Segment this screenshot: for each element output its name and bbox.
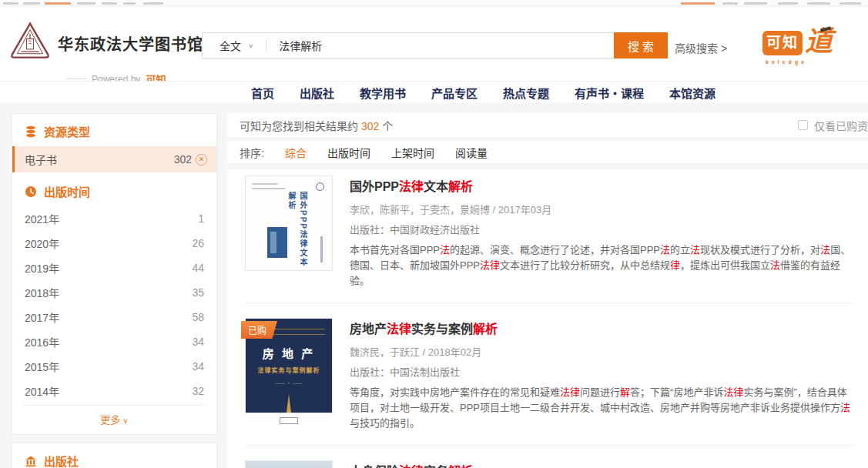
nav-item-home[interactable]: 首页: [251, 85, 274, 101]
result-summary: 可知为您找到相关结果约302个: [240, 118, 393, 133]
header: 华东政法大学图书馆 Powered by 可知 全文 ∨ 搜 索 高级搜索 > …: [0, 7, 868, 81]
book-title-link[interactable]: 人身保险法律实务解析: [350, 461, 854, 468]
library-logo[interactable]: 华东政法大学图书馆: [9, 21, 203, 65]
filter-ebook-label: 电子书: [25, 152, 57, 167]
nav-item-hot-topics[interactable]: 热点专题: [503, 85, 549, 101]
cover-decor: ─── ・ ───: [246, 379, 332, 386]
clipped-text: [840, 2, 861, 5]
divider: [245, 303, 854, 303]
clipped-text: [807, 2, 830, 5]
result-summary-suffix: 个: [382, 120, 393, 132]
year-count: 34: [192, 360, 204, 373]
year-label: 2014年: [25, 383, 59, 399]
book-description: 本书首先对各国PPP法的起源、演变、概念进行了论述，并对各国PPP法的立法现状及…: [350, 242, 854, 289]
search-input[interactable]: [277, 38, 614, 52]
year-filter-2015[interactable]: 2015年 34: [12, 354, 216, 379]
nav-item-library-resources[interactable]: 本馆资源: [669, 85, 716, 101]
result-count: 302: [361, 120, 379, 132]
year-count: 44: [192, 262, 204, 274]
search-scope-select[interactable]: 全文: [220, 38, 241, 53]
resource-type-heading: 资源类型: [12, 114, 216, 146]
sort-option-reads[interactable]: 阅读量: [455, 145, 488, 160]
filter-ebook-selected[interactable]: 电子书 302 ✕: [12, 146, 216, 172]
remove-filter-icon[interactable]: ✕: [196, 154, 207, 165]
advanced-search-link[interactable]: 高级搜索 >: [675, 40, 727, 55]
filter-ebook-count-value: 302: [174, 153, 192, 165]
keledge-logo-glyph: 道: [805, 27, 833, 55]
result-details: 国外PPP法律文本解析 李欣，陈新平，于雯杰，景婉博 / 2017年03月 出版…: [350, 176, 854, 289]
top-utility-bar: [0, 0, 868, 6]
keledge-logo-text: keledge: [766, 59, 833, 65]
only-purchased-toggle[interactable]: 仅看已购资源: [798, 118, 868, 133]
year-filter-2018[interactable]: 2018年 35: [12, 280, 216, 305]
search-box: 全文 ∨: [202, 32, 615, 58]
university-emblem-icon: [9, 21, 51, 65]
book-description: 等角度，对实践中房地产案件存在的常见和疑难法律问题进行解答；下篇“房地产非诉法律…: [350, 385, 854, 431]
main-nav: 首页 出版社 教学用书 产品专区 热点专题 有声书・课程 本馆资源: [0, 81, 868, 103]
divider: [66, 79, 86, 79]
sort-option-publish-time[interactable]: 出版时间: [327, 145, 370, 160]
cover-emblem-icon: [316, 182, 324, 191]
book-authors-date: 魏济民，于跃江 / 2018年02月: [350, 344, 854, 359]
year-filter-2017[interactable]: 2017年 58: [12, 305, 216, 329]
chevron-down-icon: ∨: [122, 416, 128, 425]
nav-item-publishers[interactable]: 出版社: [300, 85, 334, 101]
nav-item-audiobooks-courses[interactable]: 有声书・课程: [575, 85, 644, 101]
result-summary-prefix: 可知为您找到相关结果约: [240, 120, 358, 132]
result-summary-bar: 可知为您找到相关结果约302个 仅看已购资源: [227, 113, 868, 137]
book-cover[interactable]: THE INSURANCE LAW & PRACTICE 人身保险法律 实务解析: [245, 460, 333, 468]
clock-icon: [25, 186, 37, 198]
sort-label: 排序:: [240, 145, 264, 160]
year-filter-2021[interactable]: 2021年 1: [12, 206, 216, 231]
publish-time-title: 出版时间: [44, 183, 90, 199]
result-details: 房地产法律实务与案例解析 魏济民，于跃江 / 2018年02月 出版社：中国法制…: [350, 318, 854, 431]
publisher-title: 出版社: [44, 453, 79, 468]
nav-item-textbooks[interactable]: 教学用书: [360, 85, 406, 101]
keledge-logo-box: 可知: [762, 31, 803, 55]
year-filter-2016[interactable]: 2016年 34: [12, 329, 216, 354]
more-years-link[interactable]: 更多∨: [22, 405, 207, 434]
result-details: 人身保险法律实务解析 恒安标准人寿保险有限公司法律部 / 2012年02月 出版…: [350, 460, 854, 468]
year-filter-2020[interactable]: 2020年 26: [12, 231, 216, 256]
sort-option-shelf-time[interactable]: 上架时间: [391, 145, 434, 160]
clipped-text: [3, 2, 18, 5]
filter-ebook-count: 302 ✕: [174, 153, 207, 165]
search-button[interactable]: 搜 索: [614, 32, 668, 58]
publisher-heading: 出版社: [12, 443, 216, 468]
year-count: 58: [192, 311, 204, 323]
year-label: 2015年: [25, 359, 59, 374]
filter-card-publishers: 出版社 中国法制出版社 84 中国人民大学出版社 44: [12, 443, 217, 468]
resource-type-title: 资源类型: [44, 123, 90, 139]
nav-item-product-zone[interactable]: 产品专区: [431, 85, 478, 101]
publisher-building-icon: [25, 455, 37, 467]
year-count: 32: [192, 385, 204, 397]
result-item: 国外PPP法律文本解析 国外PPP法律文本解析 李欣，陈新平，于雯杰，景婉博 /…: [245, 176, 854, 289]
only-purchased-label: 仅看已购资源: [814, 118, 868, 133]
clipped-text: [722, 2, 738, 5]
year-count: 26: [192, 237, 204, 249]
keledge-logo[interactable]: 可知 道 keledge: [762, 31, 833, 65]
divider: [245, 445, 854, 446]
publish-time-heading: 出版时间: [12, 172, 216, 206]
book-cover[interactable]: 已购 房 地 产 法律实务与案例解析 ─── ・ ───: [245, 318, 333, 413]
year-filter-2019[interactable]: 2019年 44: [12, 256, 216, 280]
book-title-link[interactable]: 房地产法律实务与案例解析: [350, 319, 854, 337]
cover-decor: [320, 236, 323, 262]
results-list: 国外PPP法律文本解析 国外PPP法律文本解析 李欣，陈新平，于雯杰，景婉博 /…: [227, 169, 868, 468]
sort-option-comprehensive[interactable]: 综合: [285, 145, 307, 160]
year-label: 2017年: [25, 309, 59, 325]
cover-title: 房 地 产: [246, 345, 332, 361]
book-cover[interactable]: 国外PPP法律文本解析: [245, 176, 333, 271]
library-name: 华东政法大学图书馆: [58, 32, 203, 55]
year-count: 1: [198, 212, 204, 225]
year-filter-2014[interactable]: 2014年 32: [12, 379, 216, 403]
clipped-text: [77, 2, 96, 5]
year-label: 2018年: [25, 285, 59, 300]
cover-subtitle: 法律实务与案例解析: [246, 366, 332, 374]
chevron-down-icon: ∨: [248, 42, 253, 49]
book-title-link[interactable]: 国外PPP法律文本解析: [350, 176, 854, 195]
book-authors-date: 李欣，陈新平，于雯杰，景婉博 / 2017年03月: [350, 202, 854, 216]
database-icon: [25, 125, 37, 138]
more-label: 更多: [100, 414, 120, 426]
only-purchased-checkbox[interactable]: [798, 120, 808, 130]
